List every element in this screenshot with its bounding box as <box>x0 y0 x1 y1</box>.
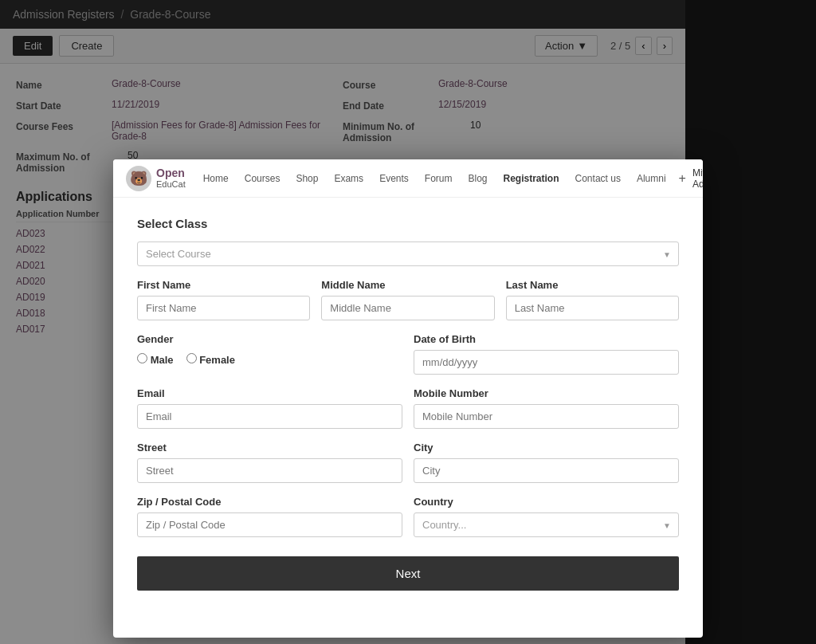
dob-label: Date of Birth <box>414 333 679 345</box>
gender-male-label: Male <box>151 354 174 366</box>
middle-name-label: Middle Name <box>321 279 494 291</box>
logo-text: Open EduCat <box>156 167 186 189</box>
country-label: Country <box>414 496 679 508</box>
zip-label: Zip / Postal Code <box>137 496 402 508</box>
site-navbar: 🐻 Open EduCat Home Courses Shop Exams Ev… <box>113 159 703 198</box>
first-name-input[interactable] <box>137 296 310 320</box>
logo-icon: 🐻 <box>126 166 151 191</box>
nav-forum[interactable]: Forum <box>418 173 459 184</box>
course-select-wrapper: Select Course <box>137 242 679 266</box>
gender-male-option[interactable]: Male <box>137 353 174 366</box>
email-group: Email <box>137 387 402 429</box>
nav-exams[interactable]: Exams <box>328 173 370 184</box>
nav-contact-us[interactable]: Contact us <box>569 173 627 184</box>
country-select[interactable]: Country... <box>414 512 679 537</box>
gender-male-radio[interactable] <box>137 353 147 363</box>
nav-user[interactable]: Mitchell Admin ▼ <box>692 167 703 190</box>
gender-dob-row: Gender Male Female Date of Birth <box>137 333 679 387</box>
last-name-input[interactable] <box>506 296 679 320</box>
street-input[interactable] <box>137 458 402 483</box>
email-mobile-row: Email Mobile Number <box>137 387 679 442</box>
next-button[interactable]: Next <box>137 556 679 591</box>
course-group: Select Course <box>137 242 679 266</box>
nav-home[interactable]: Home <box>197 173 235 184</box>
mobile-input[interactable] <box>414 404 679 429</box>
city-input[interactable] <box>414 458 679 483</box>
gender-female-radio[interactable] <box>186 353 197 363</box>
form-section-title: Select Class <box>137 217 679 230</box>
nav-blog[interactable]: Blog <box>461 173 493 184</box>
site-logo: 🐻 Open EduCat <box>126 166 186 191</box>
gender-group: Gender Male Female <box>137 333 402 375</box>
city-label: City <box>414 442 679 454</box>
gender-female-label: Female <box>199 354 235 366</box>
registration-modal: 🐻 Open EduCat Home Courses Shop Exams Ev… <box>113 159 703 638</box>
street-city-row: Street City <box>137 442 679 496</box>
email-input[interactable] <box>137 404 402 429</box>
zip-group: Zip / Postal Code <box>137 496 402 537</box>
nav-events[interactable]: Events <box>373 173 415 184</box>
nav-user-name: Mitchell Admin <box>692 167 703 190</box>
last-name-label: Last Name <box>506 279 679 291</box>
gender-radio-group: Male Female <box>137 350 402 371</box>
dob-input[interactable] <box>414 350 679 375</box>
email-label: Email <box>137 387 402 399</box>
form-content: Select Class Select Course First Name Mi… <box>113 198 703 610</box>
zip-input[interactable] <box>137 512 402 537</box>
course-select[interactable]: Select Course <box>137 242 679 266</box>
nav-plus-icon[interactable]: + <box>676 171 689 186</box>
first-name-group: First Name <box>137 279 310 320</box>
street-label: Street <box>137 442 402 454</box>
mobile-group: Mobile Number <box>414 387 679 429</box>
zip-country-row: Zip / Postal Code Country Country... <box>137 496 679 550</box>
street-group: Street <box>137 442 402 483</box>
nav-registration[interactable]: Registration <box>497 173 566 184</box>
nav-alumni[interactable]: Alumni <box>630 173 673 184</box>
nav-courses[interactable]: Courses <box>238 173 287 184</box>
name-row: First Name Middle Name Last Name <box>137 279 679 333</box>
country-select-wrapper: Country... <box>414 512 679 537</box>
modal-overlay: 🐻 Open EduCat Home Courses Shop Exams Ev… <box>0 0 816 644</box>
logo-educat: EduCat <box>156 179 186 189</box>
gender-female-option[interactable]: Female <box>186 353 235 366</box>
mobile-label: Mobile Number <box>414 387 679 399</box>
dob-group: Date of Birth <box>414 333 679 375</box>
logo-open: Open <box>156 167 186 179</box>
middle-name-input[interactable] <box>321 296 494 320</box>
middle-name-group: Middle Name <box>321 279 494 320</box>
city-group: City <box>414 442 679 483</box>
nav-shop[interactable]: Shop <box>289 173 324 184</box>
gender-label: Gender <box>137 333 402 345</box>
country-group: Country Country... <box>414 496 679 537</box>
first-name-label: First Name <box>137 279 310 291</box>
last-name-group: Last Name <box>506 279 679 320</box>
